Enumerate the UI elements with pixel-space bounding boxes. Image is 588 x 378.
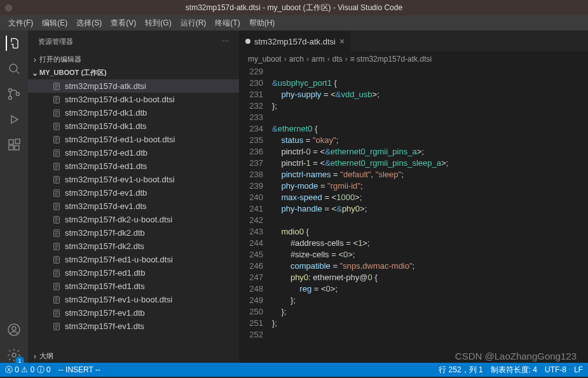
file-item[interactable]: stm32mp157f-ed1.dtb	[28, 266, 239, 280]
file-item[interactable]: stm32mp157f-ev1-u-boot.dtsi	[28, 293, 239, 306]
svg-point-9	[12, 327, 16, 330]
svg-rect-6	[15, 145, 19, 150]
breadcrumb-seg[interactable]: dts	[332, 55, 343, 64]
svg-point-10	[12, 353, 16, 357]
breadcrumb[interactable]: my_uboot›arch›arm›dts›≡ stm32mp157d-atk.…	[239, 52, 588, 66]
svg-point-1	[9, 89, 12, 92]
svg-point-0	[10, 64, 17, 72]
file-item[interactable]: stm32mp157f-ed1.dts	[28, 280, 239, 293]
file-tree: stm32mp157d-atk.dtsistm32mp157d-dk1-u-bo…	[28, 79, 239, 349]
status-indent[interactable]: 制表符长度: 4	[491, 365, 537, 375]
svg-point-2	[9, 97, 12, 100]
breadcrumb-seg[interactable]: ≡ stm32mp157d-atk.dtsi	[350, 55, 432, 64]
file-item[interactable]: stm32mp157d-ev1-u-boot.dtsi	[28, 173, 239, 186]
menu-item[interactable]: 查看(V)	[106, 18, 140, 29]
modified-indicator-icon	[245, 39, 250, 44]
window-title: stm32mp157d-atk.dtsi - my_uboot (工作区) - …	[186, 3, 402, 13]
file-item[interactable]: stm32mp157f-ev1.dts	[28, 320, 239, 333]
svg-rect-7	[15, 139, 20, 144]
editor-area: stm32mp157d-atk.dtsi × my_uboot›arch›arm…	[239, 30, 588, 363]
menu-item[interactable]: 终端(T)	[210, 18, 244, 29]
status-cursor[interactable]: 行 252，列 1	[439, 365, 482, 375]
file-item[interactable]: stm32mp157d-ed1.dts	[28, 159, 239, 173]
window-menu-icon[interactable]	[5, 4, 12, 11]
menu-item[interactable]: 编辑(E)	[38, 18, 72, 29]
svg-point-3	[17, 93, 20, 96]
tab-stm32mp157d-atk[interactable]: stm32mp157d-atk.dtsi ×	[239, 30, 351, 51]
file-item[interactable]: stm32mp157d-dk1.dtb	[28, 106, 239, 119]
file-item[interactable]: stm32mp157d-ev1.dts	[28, 199, 239, 213]
menubar: 文件(F)编辑(E)选择(S)查看(V)转到(G)运行(R)终端(T)帮助(H)	[0, 15, 588, 30]
search-icon[interactable]	[6, 61, 22, 76]
file-item[interactable]: stm32mp157d-ed1.dtb	[28, 146, 239, 159]
close-icon[interactable]: ×	[339, 36, 345, 46]
status-problems[interactable]: ⓧ 0 ⚠ 0 ⓘ 0	[5, 365, 51, 375]
sidebar-header: 资源管理器 ⋯	[28, 30, 239, 53]
accounts-icon[interactable]	[6, 322, 22, 337]
file-item[interactable]: stm32mp157d-dk1.dts	[28, 119, 239, 133]
svg-rect-5	[9, 145, 13, 150]
titlebar: stm32mp157d-atk.dtsi - my_uboot (工作区) - …	[0, 0, 588, 15]
activity-bar	[0, 30, 28, 363]
status-eol[interactable]: LF	[574, 365, 583, 374]
more-icon[interactable]: ⋯	[222, 37, 229, 46]
explorer-icon[interactable]	[6, 36, 21, 51]
file-item[interactable]: stm32mp157d-ev1.dtb	[28, 186, 239, 199]
extensions-icon[interactable]	[6, 137, 22, 152]
source-control-icon[interactable]	[6, 86, 22, 102]
menu-item[interactable]: 选择(S)	[72, 18, 106, 29]
file-item[interactable]: stm32mp157f-dk2.dts	[28, 240, 239, 253]
menu-item[interactable]: 帮助(H)	[245, 18, 280, 29]
file-item[interactable]: stm32mp157f-dk2.dtb	[28, 226, 239, 240]
status-bar: ⓧ 0 ⚠ 0 ⓘ 0 -- INSERT -- 行 252，列 1 制表符长度…	[0, 363, 588, 377]
breadcrumb-seg[interactable]: arm	[311, 55, 325, 64]
file-item[interactable]: stm32mp157f-ed1-u-boot.dtsi	[28, 253, 239, 266]
settings-icon[interactable]	[6, 348, 22, 363]
outline-section[interactable]: ›大纲	[28, 349, 239, 363]
menu-item[interactable]: 转到(G)	[140, 18, 175, 29]
breadcrumb-seg[interactable]: arch	[289, 55, 304, 64]
svg-rect-4	[9, 140, 13, 144]
workspace-section[interactable]: ⌄MY_UBOOT (工作区)	[28, 66, 239, 79]
file-item[interactable]: stm32mp157f-ev1.dtb	[28, 306, 239, 320]
status-mode: -- INSERT --	[58, 365, 100, 374]
status-encoding[interactable]: UTF-8	[545, 365, 566, 374]
open-editors-section[interactable]: ›打开的编辑器	[28, 53, 239, 66]
file-item[interactable]: stm32mp157d-dk1-u-boot.dtsi	[28, 93, 239, 106]
file-item[interactable]: stm32mp157f-dk2-u-boot.dtsi	[28, 213, 239, 226]
file-item[interactable]: stm32mp157d-atk.dtsi	[28, 79, 239, 93]
sidebar: 资源管理器 ⋯ ›打开的编辑器 ⌄MY_UBOOT (工作区) stm32mp1…	[28, 30, 239, 363]
menu-item[interactable]: 文件(F)	[4, 18, 38, 29]
file-item[interactable]: stm32mp157d-ed1-u-boot.dtsi	[28, 133, 239, 146]
breadcrumb-seg[interactable]: my_uboot	[248, 55, 282, 64]
editor-tabs: stm32mp157d-atk.dtsi ×	[239, 30, 588, 52]
menu-item[interactable]: 运行(R)	[176, 18, 211, 29]
run-debug-icon[interactable]	[6, 112, 22, 127]
code-editor[interactable]: 2292302312322332342352362372382392402412…	[239, 66, 588, 363]
code-content[interactable]: &usbphyc_port1 { phy-supply = <&vdd_usb>…	[272, 66, 588, 363]
line-gutter: 2292302312322332342352362372382392402412…	[239, 66, 272, 363]
